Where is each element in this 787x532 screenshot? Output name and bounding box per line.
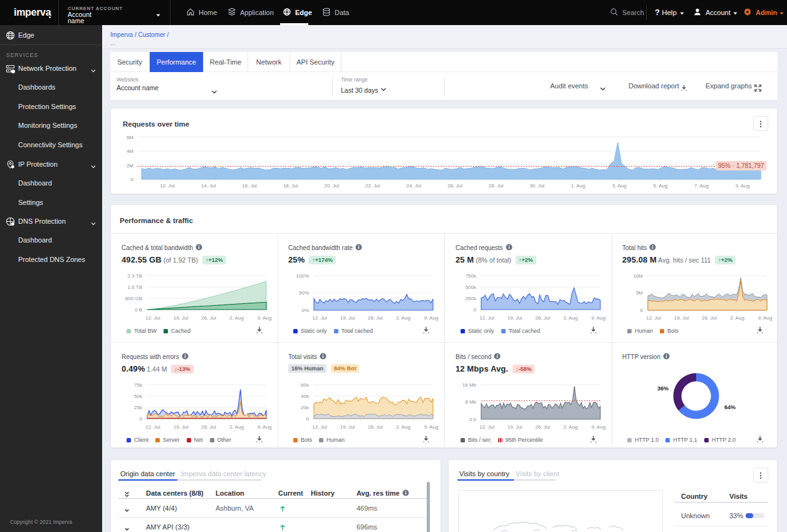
svg-text:1. Aug: 1. Aug <box>571 183 585 189</box>
svg-text:18. Jul: 18. Jul <box>283 183 298 189</box>
svg-text:40k: 40k <box>301 394 310 399</box>
svg-text:19. Jul: 19. Jul <box>174 424 189 430</box>
svg-text:100%: 100% <box>296 273 309 279</box>
svg-text:5. Aug: 5. Aug <box>653 183 667 189</box>
svg-text:26. Jul: 26. Jul <box>368 424 383 430</box>
svg-text:19. Jul: 19. Jul <box>508 315 523 321</box>
svg-text:60k: 60k <box>301 382 310 388</box>
svg-text:9. Aug: 9. Aug <box>424 424 439 430</box>
svg-text:2M: 2M <box>127 163 133 169</box>
svg-text:0: 0 <box>131 177 134 182</box>
svg-text:8 Mb: 8 Mb <box>465 399 476 405</box>
svg-text:26. Jul: 26. Jul <box>535 424 550 430</box>
svg-text:2.3 TB: 2.3 TB <box>128 273 142 279</box>
svg-text:50%: 50% <box>299 290 309 296</box>
svg-text:9. Aug: 9. Aug <box>758 315 773 321</box>
svg-text:22. Jul: 22. Jul <box>365 183 380 189</box>
svg-text:0%: 0% <box>301 308 309 313</box>
svg-text:3. Aug: 3. Aug <box>612 183 627 189</box>
svg-text:19. Jul: 19. Jul <box>340 424 355 430</box>
svg-text:2. Aug: 2. Aug <box>730 315 744 321</box>
svg-text:14. Jul: 14. Jul <box>201 183 216 189</box>
svg-text:10M: 10M <box>633 273 643 279</box>
svg-text:12. Jul: 12. Jul <box>312 424 327 430</box>
svg-text:75k: 75k <box>134 382 143 388</box>
svg-text:26. Jul: 26. Jul <box>447 183 462 189</box>
svg-text:250k: 250k <box>466 296 477 301</box>
svg-text:2. Aug: 2. Aug <box>563 315 578 321</box>
svg-text:1.6 TB: 1.6 TB <box>128 284 142 290</box>
svg-text:12. Jul: 12. Jul <box>646 315 661 321</box>
svg-text:0: 0 <box>140 416 143 422</box>
svg-text:2. Aug: 2. Aug <box>396 424 410 430</box>
svg-text:36%: 36% <box>657 385 669 392</box>
svg-text:2. Aug: 2. Aug <box>563 424 578 430</box>
svg-text:0: 0 <box>640 308 644 313</box>
svg-text:0 B: 0 B <box>135 307 142 313</box>
svg-text:6M: 6M <box>127 135 133 140</box>
svg-text:26. Jul: 26. Jul <box>201 315 216 321</box>
svg-text:12. Jul: 12. Jul <box>479 424 494 430</box>
svg-text:64%: 64% <box>724 404 736 410</box>
svg-text:9. Aug: 9. Aug <box>592 424 606 430</box>
svg-text:12. Jul: 12. Jul <box>160 183 175 189</box>
svg-text:9. Aug: 9. Aug <box>736 183 750 189</box>
svg-text:12. Jul: 12. Jul <box>479 315 494 321</box>
svg-text:26. Jul: 26. Jul <box>535 315 550 321</box>
svg-text:500k: 500k <box>466 284 477 290</box>
svg-text:0: 0 <box>306 416 310 422</box>
svg-text:5M: 5M <box>636 290 643 296</box>
svg-text:50k: 50k <box>134 394 143 399</box>
svg-text:9. Aug: 9. Aug <box>424 315 439 321</box>
svg-text:12. Jul: 12. Jul <box>312 315 327 321</box>
svg-text:26. Jul: 26. Jul <box>368 315 383 321</box>
svg-text:24. Jul: 24. Jul <box>407 183 422 189</box>
svg-text:20. Jul: 20. Jul <box>325 183 340 189</box>
svg-text:19. Jul: 19. Jul <box>174 315 189 321</box>
svg-text:0 b: 0 b <box>469 417 477 422</box>
svg-text:19. Jul: 19. Jul <box>340 315 355 321</box>
svg-text:26. Jul: 26. Jul <box>201 424 216 430</box>
svg-text:800 GB: 800 GB <box>125 296 142 301</box>
svg-text:19. Jul: 19. Jul <box>508 424 523 430</box>
svg-text:9. Aug: 9. Aug <box>592 315 606 321</box>
svg-text:16 Mb: 16 Mb <box>462 382 477 388</box>
svg-text:25k: 25k <box>134 405 143 410</box>
svg-text:750k: 750k <box>466 273 477 279</box>
svg-text:16. Jul: 16. Jul <box>242 183 257 189</box>
svg-text:26. Jul: 26. Jul <box>702 315 717 321</box>
svg-text:28. Jul: 28. Jul <box>489 183 504 189</box>
svg-text:0: 0 <box>474 307 477 313</box>
svg-text:30. Jul: 30. Jul <box>529 183 545 189</box>
svg-text:4M: 4M <box>127 149 133 154</box>
svg-text:12. Jul: 12. Jul <box>145 315 160 321</box>
svg-text:2. Aug: 2. Aug <box>229 424 244 430</box>
svg-text:9. Aug: 9. Aug <box>258 315 272 321</box>
svg-text:12. Jul: 12. Jul <box>145 424 160 430</box>
svg-text:2. Aug: 2. Aug <box>229 315 244 321</box>
svg-text:9. Aug: 9. Aug <box>258 424 272 430</box>
svg-text:19. Jul: 19. Jul <box>674 315 689 321</box>
svg-text:20k: 20k <box>301 405 310 410</box>
svg-text:2. Aug: 2. Aug <box>396 315 410 321</box>
svg-text:7. Aug: 7. Aug <box>694 183 709 189</box>
